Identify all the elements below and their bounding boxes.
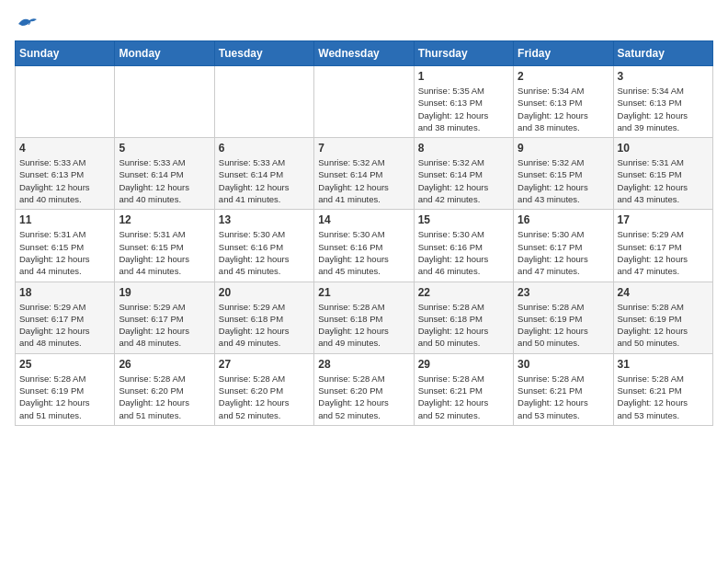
day-number: 16: [518, 213, 609, 226]
day-info: Sunrise: 5:30 AM Sunset: 6:16 PM Dayligh…: [219, 228, 310, 277]
day-number: 21: [318, 286, 409, 299]
day-info: Sunrise: 5:28 AM Sunset: 6:21 PM Dayligh…: [418, 373, 509, 421]
day-info: Sunrise: 5:28 AM Sunset: 6:19 PM Dayligh…: [618, 301, 709, 350]
day-number: 11: [19, 213, 110, 226]
day-number: 19: [119, 286, 210, 299]
day-info: Sunrise: 5:28 AM Sunset: 6:20 PM Dayligh…: [119, 373, 210, 421]
day-number: 23: [518, 286, 609, 299]
weekday-header-thursday: Thursday: [414, 41, 513, 66]
week-row-3: 11Sunrise: 5:31 AM Sunset: 6:15 PM Dayli…: [16, 210, 713, 282]
day-cell-3: 3Sunrise: 5:34 AM Sunset: 6:13 PM Daylig…: [613, 66, 712, 138]
day-cell-15: 15Sunrise: 5:30 AM Sunset: 6:16 PM Dayli…: [414, 210, 513, 282]
weekday-header-friday: Friday: [514, 41, 613, 66]
weekday-header-saturday: Saturday: [613, 41, 712, 66]
day-info: Sunrise: 5:34 AM Sunset: 6:13 PM Dayligh…: [618, 85, 709, 133]
day-info: Sunrise: 5:28 AM Sunset: 6:20 PM Dayligh…: [318, 373, 409, 421]
day-cell-7: 7Sunrise: 5:32 AM Sunset: 6:14 PM Daylig…: [314, 138, 414, 210]
week-row-5: 25Sunrise: 5:28 AM Sunset: 6:19 PM Dayli…: [16, 353, 713, 425]
empty-cell: [214, 66, 313, 138]
day-info: Sunrise: 5:32 AM Sunset: 6:14 PM Dayligh…: [318, 156, 409, 205]
day-number: 3: [618, 70, 709, 83]
day-number: 1: [418, 70, 509, 83]
day-cell-1: 1Sunrise: 5:35 AM Sunset: 6:13 PM Daylig…: [414, 66, 513, 138]
day-info: Sunrise: 5:30 AM Sunset: 6:16 PM Dayligh…: [318, 228, 409, 277]
weekday-header-sunday: Sunday: [16, 41, 115, 66]
day-cell-24: 24Sunrise: 5:28 AM Sunset: 6:19 PM Dayli…: [613, 282, 712, 353]
day-number: 15: [418, 213, 509, 226]
day-number: 31: [618, 358, 709, 371]
day-cell-22: 22Sunrise: 5:28 AM Sunset: 6:18 PM Dayli…: [414, 282, 513, 353]
day-info: Sunrise: 5:28 AM Sunset: 6:21 PM Dayligh…: [618, 373, 709, 421]
weekday-header-monday: Monday: [115, 41, 214, 66]
day-number: 8: [418, 142, 509, 155]
weekday-header-tuesday: Tuesday: [214, 41, 313, 66]
week-row-2: 4Sunrise: 5:33 AM Sunset: 6:13 PM Daylig…: [16, 138, 713, 210]
logo: [15, 15, 37, 31]
day-number: 10: [618, 142, 709, 155]
day-info: Sunrise: 5:33 AM Sunset: 6:14 PM Dayligh…: [219, 156, 310, 205]
day-number: 13: [219, 213, 310, 226]
day-cell-10: 10Sunrise: 5:31 AM Sunset: 6:15 PM Dayli…: [613, 138, 712, 210]
day-cell-26: 26Sunrise: 5:28 AM Sunset: 6:20 PM Dayli…: [115, 353, 214, 425]
day-number: 27: [219, 358, 310, 371]
day-number: 29: [418, 358, 509, 371]
day-cell-13: 13Sunrise: 5:30 AM Sunset: 6:16 PM Dayli…: [214, 210, 313, 282]
day-number: 26: [119, 358, 210, 371]
day-info: Sunrise: 5:35 AM Sunset: 6:13 PM Dayligh…: [418, 85, 509, 133]
day-info: Sunrise: 5:29 AM Sunset: 6:18 PM Dayligh…: [219, 301, 310, 350]
weekday-header-wednesday: Wednesday: [314, 41, 414, 66]
day-cell-11: 11Sunrise: 5:31 AM Sunset: 6:15 PM Dayli…: [16, 210, 115, 282]
day-info: Sunrise: 5:31 AM Sunset: 6:15 PM Dayligh…: [618, 156, 709, 205]
day-number: 6: [219, 142, 310, 155]
day-cell-23: 23Sunrise: 5:28 AM Sunset: 6:19 PM Dayli…: [514, 282, 613, 353]
day-number: 7: [318, 142, 409, 155]
day-number: 2: [518, 70, 609, 83]
day-info: Sunrise: 5:28 AM Sunset: 6:21 PM Dayligh…: [518, 373, 609, 421]
empty-cell: [314, 66, 414, 138]
day-cell-30: 30Sunrise: 5:28 AM Sunset: 6:21 PM Dayli…: [514, 353, 613, 425]
day-info: Sunrise: 5:29 AM Sunset: 6:17 PM Dayligh…: [19, 301, 110, 350]
day-cell-17: 17Sunrise: 5:29 AM Sunset: 6:17 PM Dayli…: [613, 210, 712, 282]
day-number: 12: [119, 213, 210, 226]
day-number: 17: [618, 213, 709, 226]
day-number: 4: [19, 142, 110, 155]
day-info: Sunrise: 5:32 AM Sunset: 6:14 PM Dayligh…: [418, 156, 509, 205]
day-info: Sunrise: 5:31 AM Sunset: 6:15 PM Dayligh…: [119, 228, 210, 277]
day-info: Sunrise: 5:29 AM Sunset: 6:17 PM Dayligh…: [119, 301, 210, 350]
calendar-table: SundayMondayTuesdayWednesdayThursdayFrid…: [15, 40, 713, 426]
day-info: Sunrise: 5:30 AM Sunset: 6:17 PM Dayligh…: [518, 228, 609, 277]
day-info: Sunrise: 5:28 AM Sunset: 6:19 PM Dayligh…: [518, 301, 609, 350]
week-row-1: 1Sunrise: 5:35 AM Sunset: 6:13 PM Daylig…: [16, 66, 713, 138]
day-cell-25: 25Sunrise: 5:28 AM Sunset: 6:19 PM Dayli…: [16, 353, 115, 425]
day-cell-9: 9Sunrise: 5:32 AM Sunset: 6:15 PM Daylig…: [514, 138, 613, 210]
day-cell-19: 19Sunrise: 5:29 AM Sunset: 6:17 PM Dayli…: [115, 282, 214, 353]
day-cell-4: 4Sunrise: 5:33 AM Sunset: 6:13 PM Daylig…: [16, 138, 115, 210]
day-cell-21: 21Sunrise: 5:28 AM Sunset: 6:18 PM Dayli…: [314, 282, 414, 353]
day-cell-5: 5Sunrise: 5:33 AM Sunset: 6:14 PM Daylig…: [115, 138, 214, 210]
day-cell-2: 2Sunrise: 5:34 AM Sunset: 6:13 PM Daylig…: [514, 66, 613, 138]
empty-cell: [115, 66, 214, 138]
day-cell-12: 12Sunrise: 5:31 AM Sunset: 6:15 PM Dayli…: [115, 210, 214, 282]
day-cell-6: 6Sunrise: 5:33 AM Sunset: 6:14 PM Daylig…: [214, 138, 313, 210]
weekday-header-row: SundayMondayTuesdayWednesdayThursdayFrid…: [16, 41, 713, 66]
day-number: 14: [318, 213, 409, 226]
day-info: Sunrise: 5:31 AM Sunset: 6:15 PM Dayligh…: [19, 228, 110, 277]
day-cell-8: 8Sunrise: 5:32 AM Sunset: 6:14 PM Daylig…: [414, 138, 513, 210]
day-info: Sunrise: 5:30 AM Sunset: 6:16 PM Dayligh…: [418, 228, 509, 277]
page-header: [15, 15, 713, 31]
day-number: 22: [418, 286, 509, 299]
day-cell-16: 16Sunrise: 5:30 AM Sunset: 6:17 PM Dayli…: [514, 210, 613, 282]
day-cell-27: 27Sunrise: 5:28 AM Sunset: 6:20 PM Dayli…: [214, 353, 313, 425]
day-info: Sunrise: 5:28 AM Sunset: 6:18 PM Dayligh…: [318, 301, 409, 350]
day-cell-31: 31Sunrise: 5:28 AM Sunset: 6:21 PM Dayli…: [613, 353, 712, 425]
day-number: 30: [518, 358, 609, 371]
day-info: Sunrise: 5:33 AM Sunset: 6:13 PM Dayligh…: [19, 156, 110, 205]
day-cell-18: 18Sunrise: 5:29 AM Sunset: 6:17 PM Dayli…: [16, 282, 115, 353]
empty-cell: [16, 66, 115, 138]
day-cell-28: 28Sunrise: 5:28 AM Sunset: 6:20 PM Dayli…: [314, 353, 414, 425]
day-number: 18: [19, 286, 110, 299]
day-info: Sunrise: 5:28 AM Sunset: 6:18 PM Dayligh…: [418, 301, 509, 350]
day-info: Sunrise: 5:33 AM Sunset: 6:14 PM Dayligh…: [119, 156, 210, 205]
day-number: 20: [219, 286, 310, 299]
day-info: Sunrise: 5:28 AM Sunset: 6:19 PM Dayligh…: [19, 373, 110, 421]
